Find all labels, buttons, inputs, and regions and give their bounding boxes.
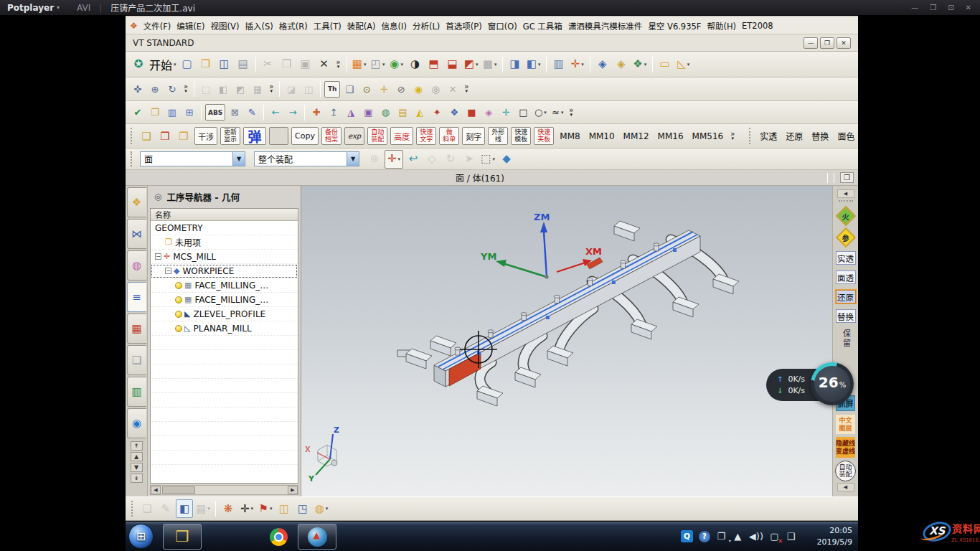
rotate-point-icon[interactable]: ↻ [442,150,459,169]
back-icon[interactable]: ← [268,104,283,121]
search-icon[interactable]: ⊘ [393,81,409,98]
scroll-top-button[interactable]: ↟ [131,441,143,451]
menu-item-7[interactable]: 信息(I) [379,18,410,34]
player-maximize-button[interactable]: ❐ [930,4,936,11]
angle-measure-icon[interactable]: ◺▾ [675,55,692,74]
constraint-navigator-tab[interactable]: ⋈ [127,219,146,249]
hidden-line-button[interactable]: 隐藏线 变虚线 [836,437,855,458]
explorer-taskbar-button[interactable]: ❒ [163,524,202,550]
internet-tab[interactable]: ◉ [127,408,146,438]
operation-navigator-tab[interactable]: ≡ [127,282,146,312]
scroll-up-button[interactable]: ▲ [131,452,143,461]
solid-translucent-button[interactable]: 实透 [836,251,856,265]
toolbar-drag-handle[interactable] [131,501,134,517]
menu-item-1[interactable]: 编辑(E) [174,18,207,34]
height-button[interactable]: 高度 [390,127,413,145]
auto-assembly-circle-button[interactable]: 自动 装配 [835,461,856,481]
auto-assembly-button[interactable]: 自动 装配 [367,127,387,145]
fit-window-icon[interactable]: ⬚ [198,81,214,98]
snap-ruler-icon[interactable]: ▦▾ [194,499,212,518]
selection-scope-dropdown[interactable]: 整个装配 ▼ [254,151,359,166]
grid-icon[interactable]: ⊞ [182,104,197,121]
view-layout-icon[interactable]: ▦ [250,81,265,98]
circle-shape-icon[interactable]: ○▾ [532,104,548,121]
datum-red3-icon[interactable]: ◩▾ [463,55,480,74]
quick-text-button[interactable]: 快速 文字 [416,127,436,145]
potplayer-menu-button[interactable]: Potplayer [7,3,54,13]
mm516-label[interactable]: MM516 [692,131,724,141]
copy-display-icon[interactable]: ❐ [147,104,163,121]
mm12-label[interactable]: MM12 [623,131,649,141]
nx-logo-icon[interactable]: ✪ [130,55,147,74]
menu-item-10[interactable]: 窗口(O) [485,18,520,34]
swatch-icon[interactable]: ■▾ [481,55,499,74]
paste-icon[interactable]: ▣ [297,55,314,74]
datum-plane-icon[interactable]: ⊠ [227,104,242,121]
menu-item-8[interactable]: 分析(L) [410,18,443,34]
insert-block-icon[interactable]: ❒ [156,127,174,145]
start-button[interactable]: ⊞ [128,524,154,549]
window-close-button[interactable]: ✕ [837,37,851,49]
scroll-bottom-button[interactable]: ↡ [131,474,143,483]
menu-item-5[interactable]: 工具(T) [311,18,344,34]
moldbase-icon[interactable]: ❏ [138,127,155,145]
menu-item-11[interactable]: GC 工具箱 [520,18,565,34]
wcs-triad[interactable]: ZM YM XM [480,212,602,279]
quick-clamp-button[interactable]: 快速 夹板 [534,127,554,145]
graphics-viewport[interactable]: ZM YM XM [301,186,832,496]
help-icon[interactable]: ? [699,531,710,542]
clear-selection-icon[interactable]: ✕ [445,81,461,98]
join-diamond-button[interactable]: 参 [837,228,855,247]
export-button[interactable]: exp [344,127,364,145]
pyramid-icon[interactable]: ◮ [343,104,359,121]
snap-solid-icon[interactable]: ◧ [176,499,193,518]
view-side-icon[interactable]: ◧▾ [525,55,542,74]
tree-row-zlevel-profile[interactable]: ◣ZLEVEL_PROFILE [151,307,298,321]
face-translucent-button[interactable]: 面透 [836,270,856,284]
navigator-hscrollbar[interactable]: ◀ ▶ [150,485,298,495]
menu-item-13[interactable]: 星空 V6.935F [645,18,704,34]
point-constructor-icon[interactable]: ✛▾ [569,55,586,74]
spline-icon[interactable]: ≈▾ [550,104,565,121]
bounding-box-icon[interactable]: ◳ [294,499,311,518]
bulb-on-icon[interactable]: ◉ [410,81,426,98]
player-minimize-button[interactable]: — [911,4,918,11]
display-connect-icon[interactable]: ❑ [786,530,796,543]
replace-button[interactable]: 替换 [836,309,856,323]
copy-tool-button[interactable]: Copy [291,127,319,145]
marquee-select-icon[interactable]: ⬚▾ [479,150,496,169]
machine-tool-view-tab[interactable]: ▦ [127,314,146,344]
toolbar-overflow-button[interactable]: »▾ [336,60,341,70]
quick-template-button[interactable]: 快速 模板 [511,127,531,145]
bulb-icon[interactable] [175,296,182,303]
chevron-down-icon[interactable]: ▼ [232,152,245,166]
scroll-down-button[interactable]: ▼ [131,463,143,472]
download-overlay-widget[interactable]: ↑0K/s ↓0K/s 26 % [766,362,855,408]
copy-icon[interactable]: ❐ [278,55,296,74]
player-settings-button[interactable]: ⊡ [948,4,953,11]
front-view-icon[interactable]: ◧ [215,81,231,98]
part-list-icon[interactable]: ▥ [550,55,567,74]
snap-magnet-icon[interactable]: ⊚ [366,150,383,169]
scroll-right-button[interactable]: ▶ [288,486,298,494]
gem-gold-icon[interactable]: ◈ [613,55,630,74]
section-view-icon[interactable]: ◫ [301,81,316,98]
snap-pencil-icon[interactable]: ✎ [157,499,174,518]
ruler-icon[interactable]: ▭ [656,55,674,74]
mm10-label[interactable]: MM10 [589,131,615,141]
menu-item-9[interactable]: 首选项(P) [443,18,484,34]
move-object-icon[interactable]: ❖▾ [631,55,649,74]
tree-row-face-milling-[interactable]: ▦FACE_MILLING_… [151,278,298,293]
trimetric-view-icon[interactable]: ◩ [232,81,248,98]
forward-icon[interactable]: → [285,104,301,121]
volume-icon[interactable]: ◀)) [749,530,763,543]
undo-icon[interactable]: ↩ [405,150,422,169]
toolbar-drag-handle[interactable] [131,151,133,166]
qq-icon[interactable]: Q [681,530,693,542]
engrave-button[interactable]: 刻字 [462,127,485,145]
mm8-label[interactable]: MM8 [560,131,580,141]
update-display-button[interactable]: 更新 显示 [220,127,240,145]
replace-flat-button[interactable]: 替换 [811,130,829,142]
measure-cylinder-icon[interactable]: ◫ [275,499,293,518]
delete-icon[interactable]: ✕ [316,55,333,74]
